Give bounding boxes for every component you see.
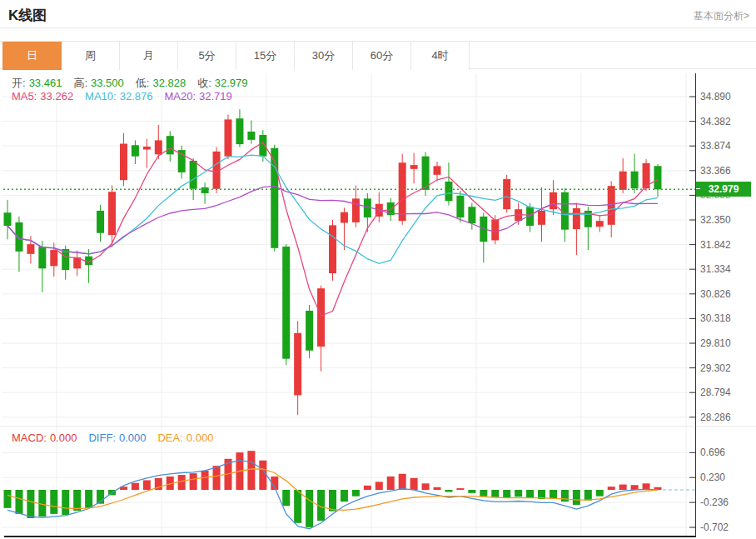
- legend-label: DIFF:: [88, 432, 116, 444]
- tab-period-6[interactable]: 60分: [353, 42, 411, 70]
- legend-value: 32.979: [215, 77, 248, 89]
- svg-text:30.318: 30.318: [700, 312, 731, 324]
- ma-legend: MA5:33.262MA10:32.876MA20:32.719: [12, 90, 244, 102]
- macd-legend: MACD:0.000DIFF:0.000DEA:0.000: [12, 432, 225, 444]
- legend-value: 32.828: [152, 77, 186, 89]
- tab-period-1[interactable]: 周: [62, 42, 120, 70]
- svg-text:0.230: 0.230: [700, 472, 725, 483]
- svg-text:31.334: 31.334: [700, 263, 731, 275]
- legend-value: 32.719: [199, 90, 232, 102]
- tab-period-3[interactable]: 5分: [178, 42, 236, 70]
- legend-value: 0.000: [50, 432, 77, 444]
- current-price-badge: 32.979: [696, 182, 751, 197]
- legend-label: 低:: [136, 77, 150, 89]
- svg-text:33.874: 33.874: [700, 140, 731, 152]
- svg-text:34.382: 34.382: [700, 116, 731, 127]
- legend-value: 0.000: [187, 432, 214, 444]
- header-divider: [0, 27, 756, 28]
- legend-label: MA20:: [164, 90, 196, 102]
- legend-value: 32.876: [120, 90, 153, 102]
- legend-label: 开:: [12, 77, 26, 89]
- tab-period-4[interactable]: 15分: [236, 42, 295, 70]
- svg-text:28.794: 28.794: [700, 387, 731, 398]
- legend-label: 高:: [73, 77, 87, 89]
- legend-value: 33.262: [40, 90, 73, 102]
- legend-value: 0.000: [119, 432, 147, 444]
- ohlc-legend: 开:33.461高:33.500低:32.828收:32.979: [12, 76, 260, 91]
- period-tab-bar: 日周月5分15分30分60分4时: [0, 41, 756, 69]
- legend-label: MA10:: [85, 90, 117, 102]
- svg-text:29.302: 29.302: [700, 362, 731, 374]
- legend-label: MA5:: [12, 90, 37, 102]
- svg-text:31.842: 31.842: [700, 239, 731, 251]
- svg-text:29.810: 29.810: [700, 337, 731, 349]
- kline-page: K线图 基本面分析> 日周月5分15分30分60分4时 34.89034.382…: [0, 0, 756, 539]
- tab-period-0[interactable]: 日: [2, 42, 62, 70]
- tab-period-2[interactable]: 月: [120, 42, 178, 70]
- svg-text:33.366: 33.366: [700, 165, 731, 177]
- tab-period-5[interactable]: 30分: [295, 42, 353, 70]
- chart-area: 34.89034.38233.87433.36632.85832.35031.8…: [0, 73, 756, 539]
- svg-text:-0.236: -0.236: [700, 497, 729, 508]
- svg-text:-0.702: -0.702: [700, 522, 729, 533]
- fundamental-analysis-link[interactable]: 基本面分析>: [694, 9, 749, 23]
- legend-value: 33.500: [91, 77, 124, 89]
- page-title: K线图: [8, 6, 47, 25]
- svg-text:28.286: 28.286: [700, 412, 731, 423]
- svg-text:34.890: 34.890: [700, 91, 731, 102]
- legend-label: MACD:: [12, 432, 47, 444]
- tab-period-7[interactable]: 4时: [411, 42, 470, 70]
- legend-label: DEA:: [157, 432, 182, 444]
- kline-chart-canvas: 34.89034.38233.87433.36632.85832.35031.8…: [0, 73, 756, 539]
- legend-label: 收:: [197, 77, 211, 89]
- svg-text:0.696: 0.696: [700, 447, 725, 458]
- svg-text:30.826: 30.826: [700, 288, 731, 300]
- legend-value: 33.461: [29, 77, 62, 89]
- svg-text:32.350: 32.350: [700, 214, 731, 226]
